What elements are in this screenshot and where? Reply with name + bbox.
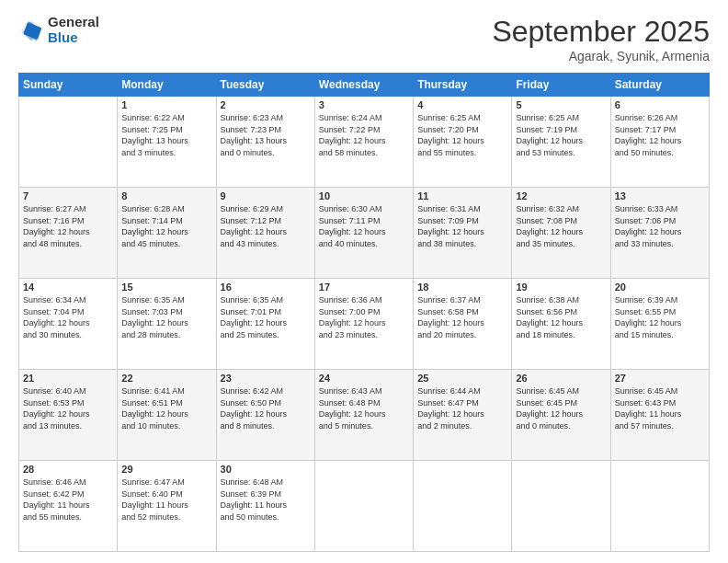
table-row: 4Sunrise: 6:25 AM Sunset: 7:20 PM Daylig… [414, 97, 512, 188]
table-row: 11Sunrise: 6:31 AM Sunset: 7:09 PM Dayli… [414, 188, 512, 279]
calendar-table: Sunday Monday Tuesday Wednesday Thursday… [18, 73, 710, 552]
table-row: 19Sunrise: 6:38 AM Sunset: 6:56 PM Dayli… [512, 279, 610, 370]
header-sunday: Sunday [19, 74, 118, 97]
day-number: 26 [516, 373, 606, 384]
table-row: 12Sunrise: 6:32 AM Sunset: 7:08 PM Dayli… [512, 188, 610, 279]
day-number: 22 [121, 373, 211, 384]
day-number: 18 [417, 282, 507, 293]
day-info: Sunrise: 6:29 AM Sunset: 7:12 PM Dayligh… [221, 203, 311, 249]
calendar-week-row: 1Sunrise: 6:22 AM Sunset: 7:25 PM Daylig… [19, 97, 710, 188]
day-info: Sunrise: 6:27 AM Sunset: 7:16 PM Dayligh… [23, 203, 113, 249]
day-info: Sunrise: 6:36 AM Sunset: 7:00 PM Dayligh… [319, 294, 409, 340]
header-tuesday: Tuesday [216, 74, 314, 97]
table-row: 29Sunrise: 6:47 AM Sunset: 6:40 PM Dayli… [118, 461, 216, 552]
day-number: 2 [221, 99, 311, 110]
day-info: Sunrise: 6:25 AM Sunset: 7:19 PM Dayligh… [516, 112, 606, 158]
day-number: 20 [615, 282, 705, 293]
day-info: Sunrise: 6:48 AM Sunset: 6:39 PM Dayligh… [221, 477, 311, 523]
table-row: 13Sunrise: 6:33 AM Sunset: 7:06 PM Dayli… [610, 188, 709, 279]
table-row: 20Sunrise: 6:39 AM Sunset: 6:55 PM Dayli… [610, 279, 709, 370]
logo: General Blue [18, 15, 99, 45]
day-number: 7 [23, 190, 113, 201]
day-number: 16 [221, 282, 311, 293]
day-number: 12 [516, 190, 606, 201]
header-saturday: Saturday [610, 74, 709, 97]
logo-general-text: General [48, 15, 99, 30]
table-row: 8Sunrise: 6:28 AM Sunset: 7:14 PM Daylig… [118, 188, 216, 279]
table-row: 17Sunrise: 6:36 AM Sunset: 7:00 PM Dayli… [314, 279, 413, 370]
header-friday: Friday [512, 74, 610, 97]
day-number: 28 [23, 464, 113, 475]
day-info: Sunrise: 6:33 AM Sunset: 7:06 PM Dayligh… [615, 203, 705, 249]
table-row: 26Sunrise: 6:45 AM Sunset: 6:45 PM Dayli… [512, 370, 610, 461]
table-row: 23Sunrise: 6:42 AM Sunset: 6:50 PM Dayli… [216, 370, 314, 461]
day-info: Sunrise: 6:45 AM Sunset: 6:45 PM Dayligh… [516, 385, 606, 431]
table-row: 27Sunrise: 6:45 AM Sunset: 6:43 PM Dayli… [610, 370, 709, 461]
day-number: 3 [319, 99, 409, 110]
day-number: 10 [319, 190, 409, 201]
table-row: 16Sunrise: 6:35 AM Sunset: 7:01 PM Dayli… [216, 279, 314, 370]
calendar-week-row: 7Sunrise: 6:27 AM Sunset: 7:16 PM Daylig… [19, 188, 710, 279]
table-row: 6Sunrise: 6:26 AM Sunset: 7:17 PM Daylig… [610, 97, 709, 188]
table-row [314, 461, 413, 552]
day-info: Sunrise: 6:40 AM Sunset: 6:53 PM Dayligh… [23, 385, 113, 431]
table-row: 30Sunrise: 6:48 AM Sunset: 6:39 PM Dayli… [216, 461, 314, 552]
day-info: Sunrise: 6:23 AM Sunset: 7:23 PM Dayligh… [221, 112, 311, 158]
logo-text: General Blue [48, 15, 99, 45]
day-info: Sunrise: 6:22 AM Sunset: 7:25 PM Dayligh… [121, 112, 211, 158]
table-row: 28Sunrise: 6:46 AM Sunset: 6:42 PM Dayli… [19, 461, 118, 552]
table-row [512, 461, 610, 552]
table-row: 21Sunrise: 6:40 AM Sunset: 6:53 PM Dayli… [19, 370, 118, 461]
table-row: 24Sunrise: 6:43 AM Sunset: 6:48 PM Dayli… [314, 370, 413, 461]
table-row: 25Sunrise: 6:44 AM Sunset: 6:47 PM Dayli… [414, 370, 512, 461]
day-info: Sunrise: 6:47 AM Sunset: 6:40 PM Dayligh… [121, 477, 211, 523]
day-info: Sunrise: 6:28 AM Sunset: 7:14 PM Dayligh… [121, 203, 211, 249]
title-block: September 2025 Agarak, Syunik, Armenia [492, 15, 710, 63]
day-number: 13 [615, 190, 705, 201]
day-number: 19 [516, 282, 606, 293]
table-row: 2Sunrise: 6:23 AM Sunset: 7:23 PM Daylig… [216, 97, 314, 188]
table-row [19, 97, 118, 188]
location-subtitle: Agarak, Syunik, Armenia [492, 49, 710, 63]
day-number: 4 [417, 99, 507, 110]
day-info: Sunrise: 6:34 AM Sunset: 7:04 PM Dayligh… [23, 294, 113, 340]
logo-icon [18, 17, 44, 43]
header-wednesday: Wednesday [314, 74, 413, 97]
day-info: Sunrise: 6:41 AM Sunset: 6:51 PM Dayligh… [121, 385, 211, 431]
header: General Blue September 2025 Agarak, Syun… [18, 15, 710, 63]
day-number: 17 [319, 282, 409, 293]
day-number: 27 [615, 373, 705, 384]
day-number: 21 [23, 373, 113, 384]
header-monday: Monday [118, 74, 216, 97]
table-row: 10Sunrise: 6:30 AM Sunset: 7:11 PM Dayli… [314, 188, 413, 279]
table-row: 5Sunrise: 6:25 AM Sunset: 7:19 PM Daylig… [512, 97, 610, 188]
day-number: 8 [121, 190, 211, 201]
day-number: 14 [23, 282, 113, 293]
day-number: 5 [516, 99, 606, 110]
calendar-week-row: 28Sunrise: 6:46 AM Sunset: 6:42 PM Dayli… [19, 461, 710, 552]
day-info: Sunrise: 6:45 AM Sunset: 6:43 PM Dayligh… [615, 385, 705, 431]
day-info: Sunrise: 6:30 AM Sunset: 7:11 PM Dayligh… [319, 203, 409, 249]
day-number: 15 [121, 282, 211, 293]
table-row: 9Sunrise: 6:29 AM Sunset: 7:12 PM Daylig… [216, 188, 314, 279]
calendar-week-row: 21Sunrise: 6:40 AM Sunset: 6:53 PM Dayli… [19, 370, 710, 461]
day-number: 30 [221, 464, 311, 475]
day-number: 9 [221, 190, 311, 201]
table-row: 7Sunrise: 6:27 AM Sunset: 7:16 PM Daylig… [19, 188, 118, 279]
day-info: Sunrise: 6:25 AM Sunset: 7:20 PM Dayligh… [417, 112, 507, 158]
day-info: Sunrise: 6:39 AM Sunset: 6:55 PM Dayligh… [615, 294, 705, 340]
day-info: Sunrise: 6:38 AM Sunset: 6:56 PM Dayligh… [516, 294, 606, 340]
day-info: Sunrise: 6:43 AM Sunset: 6:48 PM Dayligh… [319, 385, 409, 431]
table-row: 18Sunrise: 6:37 AM Sunset: 6:58 PM Dayli… [414, 279, 512, 370]
table-row: 14Sunrise: 6:34 AM Sunset: 7:04 PM Dayli… [19, 279, 118, 370]
header-thursday: Thursday [414, 74, 512, 97]
day-info: Sunrise: 6:35 AM Sunset: 7:03 PM Dayligh… [121, 294, 211, 340]
day-info: Sunrise: 6:44 AM Sunset: 6:47 PM Dayligh… [417, 385, 507, 431]
table-row: 1Sunrise: 6:22 AM Sunset: 7:25 PM Daylig… [118, 97, 216, 188]
logo-blue-text: Blue [48, 30, 99, 46]
calendar-header-row: Sunday Monday Tuesday Wednesday Thursday… [19, 74, 710, 97]
day-number: 11 [417, 190, 507, 201]
day-info: Sunrise: 6:24 AM Sunset: 7:22 PM Dayligh… [319, 112, 409, 158]
table-row: 22Sunrise: 6:41 AM Sunset: 6:51 PM Dayli… [118, 370, 216, 461]
day-number: 1 [121, 99, 211, 110]
